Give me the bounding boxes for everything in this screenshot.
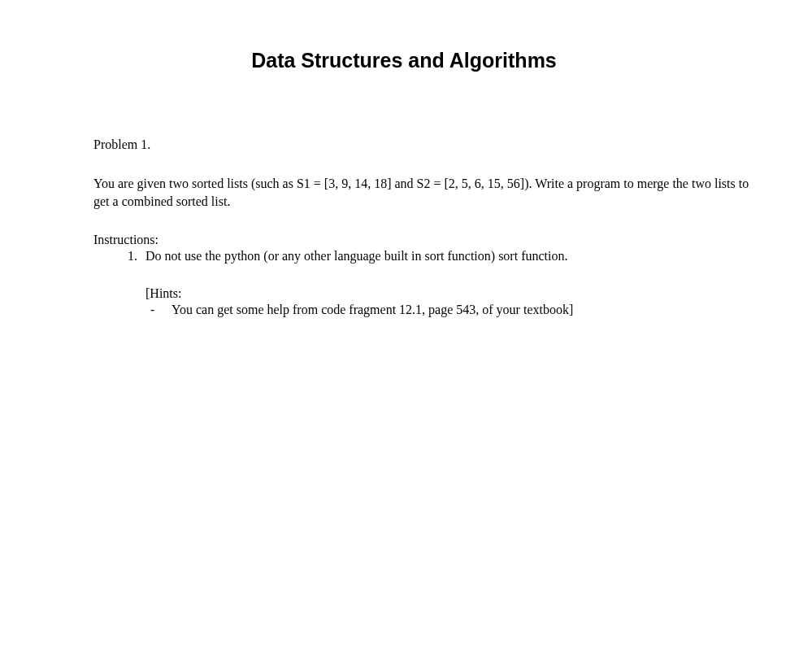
hint-text: You can get some help from code fragment… [172,303,573,316]
page-title: Data Structures and Algorithms [93,49,763,72]
instruction-item: Do not use the python (or any other lang… [141,249,763,317]
problem-body: You are given two sorted lists (such as … [93,175,760,210]
hint-item: You can get some help from code fragment… [145,303,763,317]
hints-label: [Hints: [145,286,763,301]
hints-list: You can get some help from code fragment… [145,303,763,317]
instruction-text: Do not use the python (or any other lang… [145,249,567,263]
instructions-label: Instructions: [93,233,763,247]
instructions-list: Do not use the python (or any other lang… [141,249,763,317]
problem-label: Problem 1. [93,137,763,152]
